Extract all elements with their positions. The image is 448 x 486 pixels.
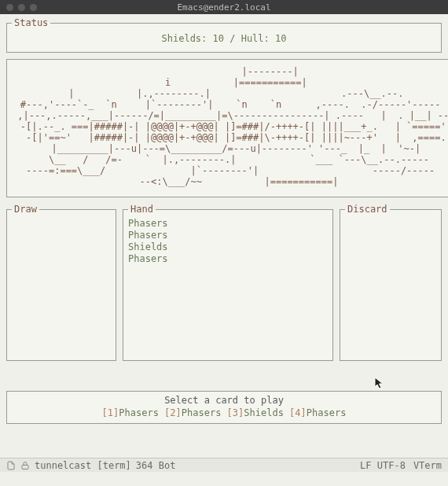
- modeline-position: 364 Bot: [136, 460, 176, 471]
- svg-rect-0: [22, 465, 28, 469]
- prompt-box: Select a card to play [1]Phasers [2]Phas…: [6, 391, 442, 424]
- modeline-mode: VTerm: [413, 460, 442, 471]
- lock-icon: [20, 461, 30, 470]
- hand-list[interactable]: PhasersPhasersShieldsPhasers: [128, 218, 328, 265]
- close-icon[interactable]: [6, 4, 13, 11]
- card-item[interactable]: Phasers: [128, 230, 328, 241]
- terminal-content: Status Shields: 10 / Hull: 10 |--------|…: [0, 14, 448, 424]
- draw-pile: Draw: [6, 204, 116, 361]
- prompt-option[interactable]: [3]Shields: [227, 407, 284, 418]
- prompt-option[interactable]: [4]Phasers: [289, 407, 346, 418]
- option-index: [3]: [227, 407, 244, 418]
- hand-pile: Hand PhasersPhasersShieldsPhasers: [123, 204, 333, 361]
- prompt-options[interactable]: [1]Phasers [2]Phasers [3]Shields [4]Phas…: [12, 407, 436, 418]
- status-legend: Status: [12, 17, 50, 28]
- option-label: Phasers: [182, 407, 222, 418]
- prompt-option[interactable]: [1]Phasers: [102, 407, 159, 418]
- option-index: [1]: [102, 407, 119, 418]
- ship-art-box: |--------| i |===========| | |.,--------…: [6, 59, 448, 197]
- option-index: [4]: [289, 407, 307, 418]
- window-title: Emacs@ender2.local: [0, 2, 448, 13]
- modeline-encoding: LF UTF-8: [360, 460, 406, 471]
- option-index: [2]: [164, 407, 182, 418]
- modeline-buffer: tunnelcast [term]: [35, 460, 131, 471]
- card-piles-row: Draw Hand PhasersPhasersShieldsPhasers D…: [6, 204, 442, 367]
- ascii-art: |--------| i |===========| | |.,--------…: [12, 63, 448, 192]
- file-icon: [6, 461, 16, 470]
- discard-legend: Discard: [345, 204, 390, 215]
- prompt-option[interactable]: [2]Phasers: [164, 407, 221, 418]
- option-label: Phasers: [119, 407, 159, 418]
- card-item[interactable]: Phasers: [128, 218, 328, 230]
- prompt-title: Select a card to play: [12, 395, 436, 406]
- modeline: tunnelcast [term] 364 Bot LF UTF-8 VTerm: [0, 458, 448, 472]
- option-label: Phasers: [307, 407, 347, 418]
- card-item[interactable]: Shields: [128, 241, 328, 253]
- option-label: Shields: [244, 407, 284, 418]
- window-titlebar: Emacs@ender2.local: [0, 0, 448, 14]
- status-line: Shields: 10 / Hull: 10: [12, 31, 436, 47]
- minimize-icon[interactable]: [18, 4, 25, 11]
- card-item[interactable]: Phasers: [128, 253, 328, 265]
- status-box: Status Shields: 10 / Hull: 10: [6, 17, 442, 53]
- traffic-lights[interactable]: [6, 4, 37, 11]
- hand-legend: Hand: [128, 204, 156, 215]
- zoom-icon[interactable]: [30, 4, 37, 11]
- draw-legend: Draw: [12, 204, 39, 215]
- discard-pile: Discard: [340, 204, 442, 361]
